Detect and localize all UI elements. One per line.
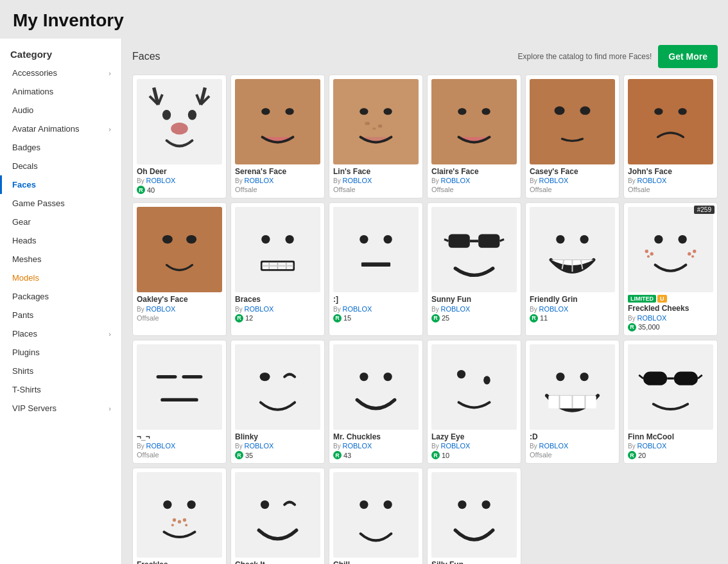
- item-card[interactable]: Oakley's FaceBy ROBLOXOffsale: [132, 202, 227, 335]
- sidebar-item-heads[interactable]: Heads: [0, 231, 121, 250]
- item-creator: By ROBLOX: [530, 442, 615, 450]
- item-card[interactable]: Mr. ChucklesBy ROBLOXR43: [329, 340, 423, 464]
- svg-point-59: [645, 250, 648, 253]
- sidebar-item-label: Decals: [12, 161, 38, 171]
- item-creator: By ROBLOX: [431, 442, 517, 450]
- item-image: [628, 344, 713, 430]
- sidebar-item-faces[interactable]: Faces: [0, 175, 121, 194]
- robux-icon: R: [333, 314, 342, 322]
- item-card[interactable]: Lin's FaceBy ROBLOXOffsale: [329, 75, 423, 198]
- item-name: Claire's Face: [431, 167, 517, 176]
- item-card[interactable]: Lazy EyeBy ROBLOXR10: [427, 340, 521, 464]
- item-card[interactable]: Oh DeerBy ROBLOXR40: [132, 75, 227, 198]
- svg-point-7: [162, 110, 171, 120]
- item-price: Offsale: [530, 451, 615, 459]
- content-area: Faces Explore the catalog to find more F…: [122, 39, 728, 564]
- sidebar-item-packages[interactable]: Packages: [0, 287, 121, 306]
- svg-rect-44: [431, 207, 517, 292]
- svg-point-18: [383, 108, 392, 115]
- sidebar-item-label: Faces: [12, 180, 36, 189]
- item-name: Lazy Eye: [431, 432, 517, 441]
- sidebar-item-accessories[interactable]: Accessories›: [0, 64, 121, 82]
- item-card[interactable]: BracesBy ROBLOXR12: [230, 202, 325, 335]
- items-grid: Oh DeerBy ROBLOXR40 Serena's FaceBy ROBL…: [132, 75, 718, 564]
- sidebar-item-gear[interactable]: Gear: [0, 213, 121, 231]
- item-card[interactable]: Check ItBy ROBLOXFree: [230, 468, 325, 564]
- sidebar-category-header: Category: [0, 45, 121, 64]
- item-card[interactable]: ¬_¬By ROBLOXOffsale: [132, 340, 227, 464]
- price-offsale: Offsale: [628, 186, 650, 193]
- item-creator: By ROBLOX: [333, 442, 419, 450]
- item-creator: By ROBLOX: [235, 442, 320, 450]
- item-image: [333, 344, 419, 430]
- item-card[interactable]: Friendly GrinBy ROBLOXR11: [525, 202, 620, 335]
- svg-rect-65: [137, 344, 222, 430]
- item-price: R12: [235, 314, 320, 322]
- item-creator: By ROBLOX: [628, 177, 713, 184]
- sidebar-item-label: Avatar Animations: [12, 124, 80, 134]
- item-image: [530, 207, 615, 292]
- svg-point-52: [580, 235, 588, 243]
- item-price: R15: [333, 314, 419, 322]
- sidebar-item-places[interactable]: Places›: [0, 324, 121, 343]
- svg-point-26: [654, 108, 663, 115]
- item-creator: By ROBLOX: [628, 442, 713, 450]
- item-card[interactable]: FrecklesBy ROBLOXR10: [132, 468, 227, 564]
- item-card[interactable]: Finn McCoolBy ROBLOXR20: [623, 340, 718, 464]
- svg-rect-98: [235, 472, 320, 558]
- catalog-promo: Explore the catalog to find more Faces! …: [518, 45, 718, 68]
- item-creator: By ROBLOX: [431, 177, 517, 184]
- svg-point-73: [383, 373, 392, 381]
- sidebar-item-models[interactable]: Models: [0, 269, 121, 287]
- sidebar-item-shirts[interactable]: Shirts: [0, 362, 121, 380]
- price-robux: 43: [343, 452, 351, 459]
- svg-point-23: [555, 107, 565, 115]
- item-card[interactable]: John's FaceBy ROBLOXOffsale: [623, 75, 718, 198]
- item-card[interactable]: Claire's FaceBy ROBLOXOffsale: [427, 75, 521, 198]
- sidebar-item-audio[interactable]: Audio: [0, 101, 121, 119]
- item-card[interactable]: Sunny FunBy ROBLOXR25: [427, 202, 521, 335]
- sidebar-item-vip-servers[interactable]: VIP Servers›: [0, 399, 121, 418]
- svg-point-97: [185, 524, 187, 527]
- robux-icon: R: [137, 186, 145, 194]
- price-robux: 35: [245, 452, 253, 459]
- item-card[interactable]: BlinkyBy ROBLOXR35: [230, 340, 325, 464]
- sidebar-item-animations[interactable]: Animations: [0, 82, 121, 101]
- item-creator: By ROBLOX: [137, 177, 222, 184]
- svg-rect-28: [137, 207, 222, 292]
- svg-rect-43: [361, 263, 390, 267]
- sidebar-item-game-passes[interactable]: Game Passes: [0, 194, 121, 213]
- item-card[interactable]: #259 LIMITEDUFreckled CheeksBy ROBLOXR35…: [623, 202, 718, 335]
- item-price: Offsale: [235, 186, 320, 193]
- item-card[interactable]: Serena's FaceBy ROBLOXOffsale: [230, 75, 325, 198]
- item-name: Freckled Cheeks: [628, 304, 713, 313]
- item-card[interactable]: :]By ROBLOXR15: [329, 202, 423, 335]
- price-offsale: Offsale: [137, 314, 159, 322]
- sidebar-item-label: Pants: [12, 310, 33, 320]
- price-offsale: Offsale: [530, 186, 552, 193]
- sidebar-item-label: Meshes: [12, 254, 42, 264]
- svg-rect-77: [530, 344, 615, 430]
- item-image: [235, 79, 320, 164]
- catalog-promo-text: Explore the catalog to find more Faces!: [518, 51, 652, 62]
- item-card[interactable]: Silly FunBy ROBLOXFree: [427, 468, 521, 564]
- sidebar-item-decals[interactable]: Decals: [0, 157, 121, 175]
- get-more-button[interactable]: Get More: [658, 45, 718, 68]
- sidebar-item-avatar-animations[interactable]: Avatar Animations›: [0, 119, 121, 138]
- svg-rect-19: [431, 79, 517, 164]
- sidebar-item-plugins[interactable]: Plugins: [0, 343, 121, 362]
- item-card[interactable]: Casey's FaceBy ROBLOXOffsale: [525, 75, 620, 198]
- sidebar-item-badges[interactable]: Badges: [0, 138, 121, 157]
- svg-point-79: [580, 373, 588, 381]
- limited-badge: LIMITED: [628, 295, 656, 303]
- svg-point-11: [261, 108, 270, 115]
- item-name: Freckles: [137, 560, 222, 564]
- sidebar-item-pants[interactable]: Pants: [0, 306, 121, 324]
- sidebar-item-meshes[interactable]: Meshes: [0, 250, 121, 269]
- chevron-right-icon: ›: [108, 69, 111, 77]
- item-card[interactable]: ChillBy ROBLOXFree: [329, 468, 423, 564]
- sidebar-item-t-shirts[interactable]: T-Shirts: [0, 380, 121, 399]
- item-price: R11: [530, 314, 615, 322]
- item-card[interactable]: :DBy ROBLOXOffsale: [525, 340, 620, 464]
- item-price: Offsale: [431, 186, 517, 193]
